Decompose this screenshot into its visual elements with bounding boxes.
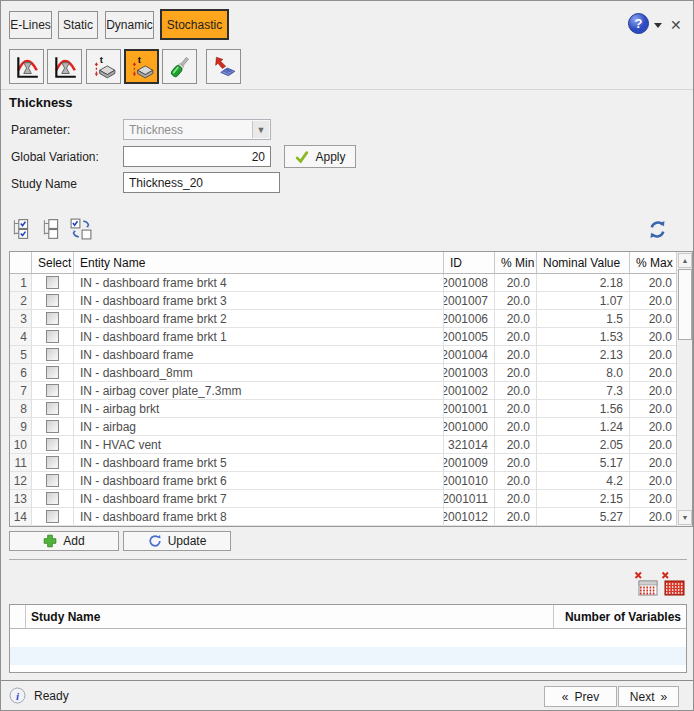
entity-name-cell: IN - dashboard frame — [74, 346, 444, 363]
row-select-cell — [32, 436, 74, 453]
scrollbar-thumb[interactable] — [678, 269, 692, 340]
table-row[interactable]: 4 IN - dashboard frame brkt 1 2001005 20… — [10, 328, 676, 346]
header-select[interactable]: Select — [32, 252, 74, 273]
id-cell: 2001000 — [444, 418, 495, 435]
header-min[interactable]: % Min — [495, 252, 537, 273]
max-cell: 20.0 — [630, 328, 678, 345]
apply-label: Apply — [315, 150, 345, 164]
nominal-cell: 1.5 — [537, 310, 630, 327]
damper-chart-glyph — [14, 54, 40, 80]
table-row[interactable]: 14 IN - dashboard frame brkt 8 2001012 2… — [10, 508, 676, 526]
delete-study-icon[interactable] — [634, 571, 659, 603]
table-row[interactable]: 1 IN - dashboard frame brkt 4 2001008 20… — [10, 274, 676, 292]
min-cell: 20.0 — [495, 472, 537, 489]
next-button[interactable]: Next » — [618, 686, 679, 707]
export-mesh-glyph — [211, 54, 237, 80]
header-max[interactable]: % Max — [630, 252, 678, 273]
tab-e-lines[interactable]: E-Lines — [9, 11, 52, 39]
chevron-down-icon[interactable]: ▼ — [252, 121, 269, 138]
table-row[interactable]: 13 IN - dashboard frame brkt 7 2001011 2… — [10, 490, 676, 508]
row-checkbox[interactable] — [46, 366, 59, 379]
row-checkbox[interactable] — [46, 510, 59, 523]
entity-table: Select Entity Name ID % Min Nominal Valu… — [9, 251, 693, 527]
entity-name-cell: IN - dashboard frame brkt 8 — [74, 508, 444, 525]
number-of-variables-header[interactable]: Number of Variables — [554, 605, 686, 628]
apply-button[interactable]: Apply — [284, 145, 356, 168]
row-checkbox[interactable] — [46, 276, 59, 289]
toolbar-plate-thickness-active-icon[interactable]: t — [124, 49, 159, 84]
tab-static[interactable]: Static — [58, 11, 98, 39]
row-checkbox[interactable] — [46, 294, 59, 307]
table-row[interactable]: 11 IN - dashboard frame brkt 5 2001009 2… — [10, 454, 676, 472]
max-cell: 20.0 — [630, 436, 678, 453]
tab-stochastic[interactable]: Stochastic — [160, 9, 229, 40]
max-cell: 20.0 — [630, 508, 678, 525]
table-row[interactable]: 3 IN - dashboard frame brkt 2 2001006 20… — [10, 310, 676, 328]
parameter-select[interactable]: Thickness ▼ — [123, 119, 271, 140]
study-name-label: Study Name — [11, 177, 77, 193]
toolbar-export-mesh-icon[interactable] — [206, 49, 241, 84]
add-button[interactable]: Add — [9, 531, 119, 551]
help-dropdown-caret-icon[interactable] — [654, 23, 662, 28]
header-nominal[interactable]: Nominal Value — [537, 252, 630, 273]
study-table: Study Name Number of Variables — [9, 604, 687, 673]
nominal-cell: 1.56 — [537, 400, 630, 417]
row-checkbox[interactable] — [46, 384, 59, 397]
update-button[interactable]: Update — [123, 531, 231, 551]
parameter-label: Parameter: — [11, 123, 70, 139]
header-entity-name[interactable]: Entity Name — [74, 252, 444, 273]
table-row[interactable]: 12 IN - dashboard frame brkt 6 2001010 2… — [10, 472, 676, 490]
study-name-input[interactable] — [123, 172, 280, 193]
row-checkbox[interactable] — [46, 420, 59, 433]
row-checkbox[interactable] — [46, 402, 59, 415]
invert-selection-icon[interactable] — [69, 217, 93, 241]
row-checkbox[interactable] — [46, 492, 59, 505]
header-id[interactable]: ID — [444, 252, 495, 273]
row-select-cell — [32, 418, 74, 435]
table-row[interactable]: 2 IN - dashboard frame brkt 3 2001007 20… — [10, 292, 676, 310]
row-checkbox[interactable] — [46, 312, 59, 325]
study-name-header[interactable]: Study Name — [26, 605, 554, 628]
tab-label: Stochastic — [167, 18, 222, 32]
vertical-scrollbar[interactable]: ▲ ▼ — [676, 252, 692, 526]
table-row[interactable]: 7 IN - airbag cover plate_7.3mm 2001002 … — [10, 382, 676, 400]
row-checkbox[interactable] — [46, 474, 59, 487]
damper-chart-glyph — [52, 54, 78, 80]
global-variation-input[interactable] — [123, 146, 271, 167]
table-row[interactable]: 9 IN - airbag 2001000 20.0 1.24 20.0 — [10, 418, 676, 436]
select-all-icon[interactable] — [9, 217, 33, 241]
min-cell: 20.0 — [495, 292, 537, 309]
table-row[interactable]: 10 IN - HVAC vent 321014 20.0 2.05 20.0 — [10, 436, 676, 454]
prev-button[interactable]: « Prev — [544, 686, 617, 707]
refresh-icon[interactable] — [645, 217, 669, 241]
toolbar-screwdriver-icon[interactable] — [162, 49, 197, 84]
id-cell: 2001010 — [444, 472, 495, 489]
next-label: Next — [630, 690, 655, 704]
toolbar-damper-chart-alt-icon[interactable] — [47, 49, 82, 84]
close-icon[interactable]: ✕ — [670, 18, 682, 32]
row-checkbox[interactable] — [46, 438, 59, 451]
table-row[interactable]: 5 IN - dashboard frame 2001004 20.0 2.13… — [10, 346, 676, 364]
table-row[interactable]: 8 IN - airbag brkt 2001001 20.0 1.56 20.… — [10, 400, 676, 418]
scroll-up-icon[interactable]: ▲ — [678, 253, 692, 268]
row-checkbox[interactable] — [46, 330, 59, 343]
row-number: 7 — [10, 382, 32, 399]
update-refresh-icon — [148, 534, 162, 548]
toolbar-plate-thickness-icon[interactable]: t — [86, 49, 121, 84]
help-icon[interactable]: ? — [627, 12, 650, 38]
tab-dynamic[interactable]: Dynamic — [105, 11, 154, 39]
toolbar-damper-chart-icon[interactable] — [9, 49, 44, 84]
row-checkbox[interactable] — [46, 456, 59, 469]
row-checkbox[interactable] — [46, 348, 59, 361]
id-cell: 2001003 — [444, 364, 495, 381]
tab-label: E-Lines — [10, 18, 51, 32]
row-select-cell — [32, 400, 74, 417]
row-number: 1 — [10, 274, 32, 291]
row-number: 13 — [10, 490, 32, 507]
scroll-down-icon[interactable]: ▼ — [678, 510, 692, 525]
deselect-all-icon[interactable] — [39, 217, 63, 241]
min-cell: 20.0 — [495, 274, 537, 291]
row-number: 3 — [10, 310, 32, 327]
table-row[interactable]: 6 IN - dashboard_8mm 2001003 20.0 8.0 20… — [10, 364, 676, 382]
delete-all-studies-icon[interactable] — [661, 571, 686, 603]
